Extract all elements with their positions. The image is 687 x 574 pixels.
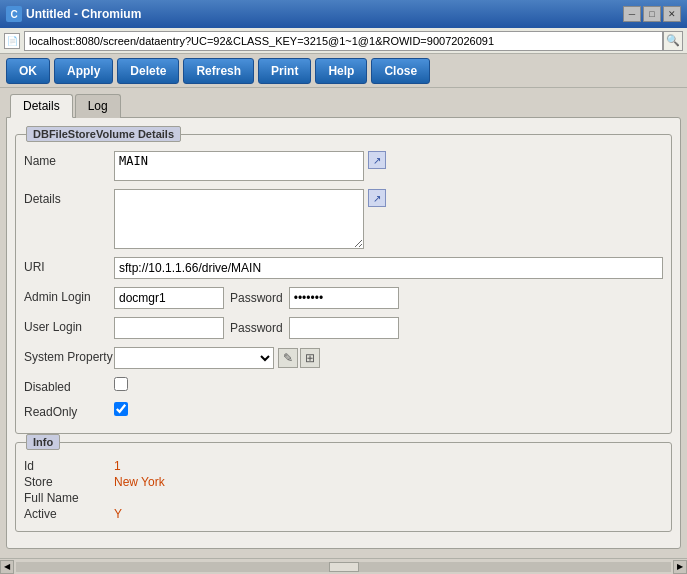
close-button[interactable]: Close	[371, 58, 430, 84]
window-controls: ─ □ ✕	[623, 6, 681, 22]
ok-button[interactable]: OK	[6, 58, 50, 84]
details-section-legend: DBFileStoreVolume Details	[26, 126, 181, 142]
details-expand-icon[interactable]: ↗	[368, 189, 386, 207]
horizontal-scrollbar: ◀ ▶	[0, 558, 687, 574]
store-label: Store	[24, 475, 114, 489]
url-input[interactable]	[24, 31, 663, 51]
main-panel: DBFileStoreVolume Details Name MAIN ↗ De…	[6, 117, 681, 549]
admin-password-input[interactable]	[289, 287, 399, 309]
admin-login-input[interactable]	[114, 287, 224, 309]
disabled-label: Disabled	[24, 377, 114, 394]
app-icon: C	[6, 6, 22, 22]
id-label: Id	[24, 459, 114, 473]
store-value: New York	[114, 475, 165, 489]
page-icon: 📄	[4, 33, 20, 49]
scroll-right-arrow[interactable]: ▶	[673, 560, 687, 574]
tab-log[interactable]: Log	[75, 94, 121, 118]
uri-row: URI	[24, 255, 663, 279]
active-label: Active	[24, 507, 114, 521]
user-password-input[interactable]	[289, 317, 399, 339]
name-label: Name	[24, 151, 114, 168]
fullname-row: Full Name	[24, 491, 663, 505]
add-icon[interactable]: ⊞	[300, 348, 320, 368]
info-section-legend: Info	[26, 434, 60, 450]
toolbar: OK Apply Delete Refresh Print Help Close	[0, 54, 687, 88]
store-row: Store New York	[24, 475, 663, 489]
tab-details[interactable]: Details	[10, 94, 73, 118]
system-property-label: System Property	[24, 347, 114, 364]
scroll-thumb[interactable]	[329, 562, 359, 572]
system-property-select[interactable]	[114, 347, 274, 369]
name-input[interactable]: MAIN	[114, 151, 364, 181]
user-login-label: User Login	[24, 317, 114, 334]
user-login-control: Password	[114, 317, 663, 339]
details-row: Details ↗	[24, 187, 663, 249]
readonly-checkbox[interactable]	[114, 402, 128, 416]
id-row: Id 1	[24, 459, 663, 473]
window-title: Untitled - Chromium	[26, 7, 619, 21]
active-row: Active Y	[24, 507, 663, 521]
readonly-label: ReadOnly	[24, 402, 114, 419]
name-row: Name MAIN ↗	[24, 149, 663, 181]
disabled-checkbox[interactable]	[114, 377, 128, 391]
name-expand-icon[interactable]: ↗	[368, 151, 386, 169]
system-property-row: System Property ✎ ⊞	[24, 345, 663, 369]
system-property-control: ✎ ⊞	[114, 347, 320, 369]
address-bar: 📄 🔍	[0, 28, 687, 54]
minimize-button[interactable]: ─	[623, 6, 641, 22]
details-input[interactable]	[114, 189, 364, 249]
apply-button[interactable]: Apply	[54, 58, 113, 84]
details-label: Details	[24, 189, 114, 206]
title-bar: C Untitled - Chromium ─ □ ✕	[0, 0, 687, 28]
fullname-label: Full Name	[24, 491, 114, 505]
user-login-input[interactable]	[114, 317, 224, 339]
print-button[interactable]: Print	[258, 58, 311, 84]
search-icon[interactable]: 🔍	[663, 31, 683, 51]
disabled-row: Disabled	[24, 375, 663, 394]
help-button[interactable]: Help	[315, 58, 367, 84]
info-section: Info Id 1 Store New York Full Name	[15, 442, 672, 532]
readonly-row: ReadOnly	[24, 400, 663, 419]
uri-label: URI	[24, 257, 114, 274]
admin-login-control: Password	[114, 287, 663, 309]
close-window-button[interactable]: ✕	[663, 6, 681, 22]
scroll-left-arrow[interactable]: ◀	[0, 560, 14, 574]
scroll-track[interactable]	[16, 562, 671, 572]
maximize-button[interactable]: □	[643, 6, 661, 22]
user-password-label: Password	[230, 321, 283, 335]
id-value: 1	[114, 459, 121, 473]
admin-login-row: Admin Login Password	[24, 285, 663, 309]
edit-icon[interactable]: ✎	[278, 348, 298, 368]
uri-control	[114, 257, 663, 279]
details-section: DBFileStoreVolume Details Name MAIN ↗ De…	[15, 134, 672, 434]
admin-login-label: Admin Login	[24, 287, 114, 304]
readonly-control	[114, 402, 128, 419]
uri-input[interactable]	[114, 257, 663, 279]
delete-button[interactable]: Delete	[117, 58, 179, 84]
disabled-control	[114, 377, 128, 394]
name-control: MAIN ↗	[114, 151, 663, 181]
system-property-actions: ✎ ⊞	[278, 348, 320, 368]
refresh-button[interactable]: Refresh	[183, 58, 254, 84]
admin-password-label: Password	[230, 291, 283, 305]
active-value: Y	[114, 507, 122, 521]
user-login-row: User Login Password	[24, 315, 663, 339]
details-control: ↗	[114, 189, 663, 249]
tab-bar: Details Log	[6, 94, 681, 118]
